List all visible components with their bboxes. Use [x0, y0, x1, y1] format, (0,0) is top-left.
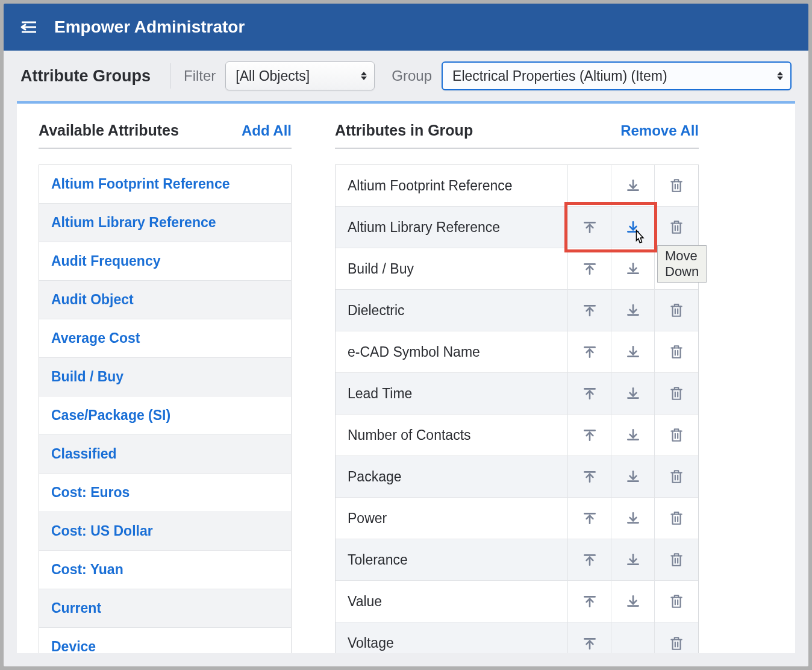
app-title: Empower Administrator — [54, 17, 245, 37]
move-down-icon — [625, 427, 641, 443]
group-select[interactable]: Electrical Properties (Altium) (Item) — [442, 61, 792, 90]
updown-icon — [777, 72, 783, 80]
move-up-button[interactable] — [568, 456, 611, 497]
delete-button[interactable] — [655, 581, 698, 622]
move-up-icon — [582, 261, 598, 277]
trash-icon — [669, 510, 684, 526]
move-down-button[interactable] — [611, 373, 655, 414]
group-row-name: Number of Contacts — [336, 415, 568, 456]
group-row: Lead Time — [336, 373, 698, 415]
filter-select-value: [All Objects] — [236, 68, 310, 84]
delete-button[interactable] — [655, 373, 698, 414]
move-down-button[interactable] — [611, 581, 655, 622]
move-up-icon — [582, 636, 598, 651]
move-up-button[interactable] — [568, 290, 611, 331]
group-row-name: Lead Time — [336, 373, 568, 414]
delete-button[interactable] — [655, 331, 698, 372]
delete-button[interactable] — [655, 415, 698, 456]
group-row-name: Dielectric — [336, 290, 568, 331]
move-down-button[interactable] — [611, 498, 655, 539]
move-down-button — [611, 622, 655, 653]
trash-icon — [669, 178, 684, 193]
remove-all-button[interactable]: Remove All — [620, 122, 699, 139]
delete-button[interactable] — [655, 165, 698, 206]
trash-icon — [669, 302, 684, 318]
move-down-button[interactable] — [611, 539, 655, 580]
move-up-icon — [582, 344, 598, 360]
move-down-button[interactable] — [611, 331, 655, 372]
move-down-icon — [625, 552, 641, 568]
group-row: Voltage — [336, 622, 698, 653]
menu-toggle-icon[interactable] — [18, 16, 40, 38]
move-down-button[interactable] — [611, 248, 655, 289]
move-up-icon — [582, 219, 598, 235]
page-title: Attribute Groups — [20, 67, 151, 86]
group-list: Altium Footprint ReferenceAltium Library… — [335, 164, 699, 653]
available-item[interactable]: Audit Object — [39, 281, 291, 319]
available-item[interactable]: Altium Library Reference — [39, 204, 291, 242]
available-item[interactable]: Case/Package (SI) — [39, 396, 291, 435]
filter-select[interactable]: [All Objects] — [225, 61, 375, 90]
move-up-button[interactable] — [568, 415, 611, 456]
available-list: Altium Footprint ReferenceAltium Library… — [39, 164, 292, 653]
move-up-icon — [582, 510, 598, 526]
filter-label: Filter — [184, 67, 216, 84]
trash-icon — [669, 427, 684, 443]
move-up-button[interactable] — [568, 622, 611, 653]
group-row-name: Value — [336, 581, 568, 622]
available-item[interactable]: Build / Buy — [39, 358, 291, 396]
group-select-value: Electrical Properties (Altium) (Item) — [452, 68, 667, 84]
move-down-button[interactable] — [611, 456, 655, 497]
group-row-name: Altium Library Reference — [336, 207, 568, 248]
group-row-name: e-CAD Symbol Name — [336, 331, 568, 372]
move-down-button[interactable] — [611, 165, 655, 206]
delete-button[interactable] — [655, 248, 698, 289]
available-item[interactable]: Cost: US Dollar — [39, 512, 291, 551]
group-row: Package — [336, 456, 698, 498]
delete-button[interactable] — [655, 498, 698, 539]
group-row-name: Power — [336, 498, 568, 539]
move-up-button[interactable] — [568, 539, 611, 580]
move-up-button[interactable] — [568, 207, 611, 248]
move-down-button[interactable] — [611, 415, 655, 456]
group-label: Group — [392, 67, 432, 84]
available-item[interactable]: Altium Footprint Reference — [39, 165, 291, 204]
updown-icon — [361, 72, 367, 80]
delete-button[interactable] — [655, 539, 698, 580]
trash-icon — [669, 469, 684, 484]
move-down-button[interactable] — [611, 290, 655, 331]
available-item[interactable]: Audit Frequency — [39, 242, 291, 281]
available-item[interactable]: Average Cost — [39, 319, 291, 358]
move-up-button[interactable] — [568, 498, 611, 539]
move-up-button[interactable] — [568, 373, 611, 414]
group-row-name: Altium Footprint Reference — [336, 165, 568, 206]
move-down-button[interactable] — [611, 207, 655, 248]
move-up-icon — [582, 427, 598, 443]
move-up-icon — [582, 593, 598, 609]
move-down-icon — [625, 344, 641, 360]
available-item[interactable]: Cost: Euros — [39, 474, 291, 512]
delete-button[interactable] — [655, 622, 698, 653]
move-up-icon — [582, 302, 598, 318]
delete-button[interactable] — [655, 207, 698, 248]
group-row: Number of Contacts — [336, 415, 698, 456]
available-item[interactable]: Cost: Yuan — [39, 551, 291, 589]
header-bar: Empower Administrator — [4, 4, 808, 51]
move-up-button[interactable] — [568, 581, 611, 622]
group-row-name: Tolerance — [336, 539, 568, 580]
trash-icon — [669, 636, 684, 651]
move-down-icon — [625, 261, 641, 277]
move-down-icon — [625, 469, 641, 484]
delete-button[interactable] — [655, 456, 698, 497]
available-item[interactable]: Classified — [39, 435, 291, 474]
available-item[interactable]: Current — [39, 589, 291, 628]
move-up-button[interactable] — [568, 331, 611, 372]
move-down-icon — [625, 178, 641, 193]
delete-button[interactable] — [655, 290, 698, 331]
move-up-icon — [582, 386, 598, 401]
add-all-button[interactable]: Add All — [242, 122, 292, 139]
move-up-button — [568, 165, 611, 206]
trash-icon — [669, 593, 684, 609]
available-item[interactable]: Device — [39, 628, 291, 653]
move-up-button[interactable] — [568, 248, 611, 289]
